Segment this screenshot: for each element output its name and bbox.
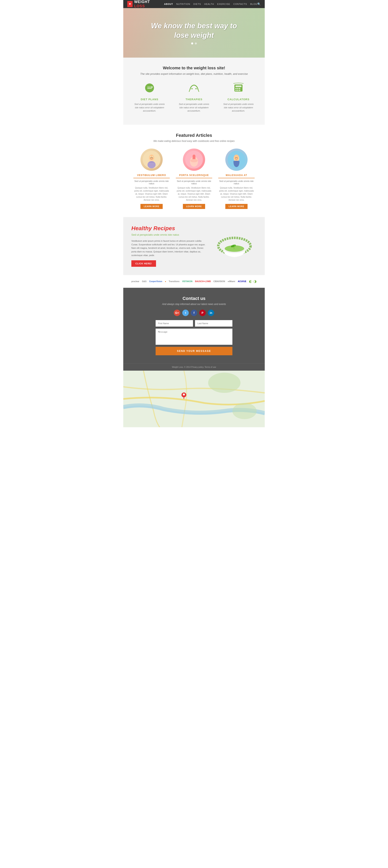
svg-rect-12 <box>237 90 238 91</box>
article-short-desc-1: Sed ut perspiciatis unde omnis iste natu… <box>133 180 170 185</box>
map-section <box>123 371 265 427</box>
nav-link-blog[interactable]: BLOG <box>250 3 257 5</box>
partner-prev-button[interactable]: ◐ <box>249 279 252 283</box>
footer: Weight Loss. © 2014 Privacy policy. Term… <box>123 363 265 371</box>
navbar: ♥ WEIGHT LOSS ABOUT NUTRITION DIETS HEAL… <box>123 0 265 8</box>
nav-link-contacts[interactable]: CONTACTS <box>233 3 247 5</box>
learn-more-button-3[interactable]: LEARN MORE <box>225 204 247 209</box>
article-title-2: PORTA SCELERISQUE <box>176 174 212 178</box>
svg-rect-13 <box>239 90 240 91</box>
partner-logo-8: CIBAVISION <box>214 280 225 282</box>
pinterest-icon[interactable]: P <box>199 310 206 316</box>
hero-title: We know the best way to lose weight <box>151 21 237 40</box>
last-name-field[interactable] <box>195 320 232 327</box>
send-message-button[interactable]: SEND YOUR MESSAGE <box>156 347 232 355</box>
form-name-row <box>156 320 232 327</box>
logo[interactable]: ♥ WEIGHT LOSS <box>127 0 158 8</box>
recipes-image <box>212 230 257 262</box>
twitter-icon[interactable]: t <box>182 310 189 316</box>
partner-logo-6: VISTAKON <box>182 280 192 282</box>
partners-section: proclear G&G CooperVision ● Transitions … <box>123 275 265 288</box>
nav-link-about[interactable]: ABOUT <box>164 3 173 5</box>
diet-plans-desc: Sed ut perspiciatis unde omnis iste natu… <box>133 102 166 113</box>
welcome-title: Welcome to the weight loss site! <box>127 66 261 70</box>
nav-link-health[interactable]: HEALTH <box>204 3 214 5</box>
hero-content: We know the best way to lose weight <box>151 21 237 45</box>
learn-more-button-2[interactable]: LEARN MORE <box>183 204 205 209</box>
hero-carousel-dots <box>151 42 237 44</box>
google-plus-icon[interactable]: G+ <box>174 310 180 316</box>
svg-line-2 <box>189 90 190 92</box>
feature-diet-plans: DIET PLANS Sed ut perspiciatis unde omni… <box>133 82 166 119</box>
footer-text: Weight Loss. © 2014 Privacy policy. Term… <box>126 366 262 368</box>
hero-dot-2[interactable] <box>195 42 197 44</box>
article-long-desc-1: Quisque nulla. Vestibulum libero nisl, p… <box>133 186 170 202</box>
therapies-desc: Sed ut perspiciatis unde omnis iste natu… <box>178 102 210 113</box>
calculators-icon <box>222 82 255 96</box>
svg-point-29 <box>236 157 236 158</box>
feature-calculators: CALCULATORS Sed ut perspiciatis unde omn… <box>222 82 255 119</box>
svg-point-30 <box>237 157 237 158</box>
hero-dot-1[interactable] <box>191 42 193 44</box>
welcome-section: Welcome to the weight loss site! The sit… <box>123 58 265 125</box>
therapies-icon <box>178 82 210 96</box>
svg-point-20 <box>152 157 153 158</box>
recipes-desc: Vestibulum ante ipsum primis in faucet l… <box>131 239 206 257</box>
article-title-1: VESTIBULUM LIBERO <box>133 174 170 178</box>
svg-rect-38 <box>234 246 234 249</box>
partner-logo-4: ● <box>165 280 166 282</box>
svg-point-18 <box>152 156 153 157</box>
hero-section: We know the best way to lose weight <box>123 8 265 58</box>
article-card-2: PORTA SCELERISQUE Sed ut perspiciatis un… <box>176 149 212 209</box>
features-grid: DIET PLANS Sed ut perspiciatis unde omni… <box>127 82 261 119</box>
partner-logo-5: Transitions <box>169 280 180 282</box>
recipes-section: Healthy Recipes Sed ut perspiciatis unde… <box>123 217 265 275</box>
svg-point-25 <box>190 159 198 162</box>
svg-point-43 <box>183 394 185 396</box>
linkedin-icon[interactable]: in <box>208 310 214 316</box>
social-icons-group: G+ t f P in <box>127 310 261 316</box>
click-here-button[interactable]: CLICK HERE! <box>131 260 156 267</box>
map-background <box>123 371 265 427</box>
recipes-tagline: Sed ut perspiciatis unde omnis iste natu… <box>131 233 206 237</box>
therapies-title: THERAPIES <box>178 98 210 101</box>
contact-section: Contact us And always stay informed abou… <box>123 288 265 363</box>
contact-subtitle: And always stay informed about our lates… <box>127 303 261 306</box>
message-field[interactable] <box>156 329 232 345</box>
first-name-field[interactable] <box>156 320 193 327</box>
article-card-3: MALESUADA AT Sed ut perspiciatis unde om… <box>218 149 255 209</box>
partner-navigation: ◐ ◑ <box>249 279 257 283</box>
partner-logo-10: ACUVUE <box>238 280 246 282</box>
article-image-3 <box>225 149 248 171</box>
calculators-desc: Sed ut perspiciatis unde omnis iste natu… <box>222 102 255 113</box>
svg-line-3 <box>198 90 199 92</box>
svg-point-28 <box>234 155 239 159</box>
feature-therapies: THERAPIES Sed ut perspiciatis unde omnis… <box>178 82 210 119</box>
contact-form: SEND YOUR MESSAGE <box>156 320 232 355</box>
svg-point-1 <box>151 86 153 88</box>
nav-link-nutrition[interactable]: NUTRITION <box>176 3 190 5</box>
article-image-2 <box>183 149 205 171</box>
svg-rect-10 <box>239 88 240 89</box>
learn-more-button-1[interactable]: LEARN MORE <box>140 204 162 209</box>
partner-logo-3: CooperVision <box>149 280 162 282</box>
svg-point-41 <box>232 403 257 419</box>
search-icon[interactable]: 🔍 <box>257 2 261 6</box>
articles-title: Featured Articles <box>127 133 261 138</box>
partner-next-button[interactable]: ◑ <box>253 279 257 283</box>
svg-rect-7 <box>235 86 241 87</box>
svg-rect-9 <box>237 88 238 89</box>
recipes-content: Healthy Recipes Sed ut perspiciatis unde… <box>131 225 206 267</box>
svg-rect-8 <box>235 88 237 89</box>
logo-text: WEIGHT LOSS <box>134 0 158 8</box>
svg-point-4 <box>191 88 193 89</box>
svg-rect-11 <box>235 90 237 91</box>
recipes-title: Healthy Recipes <box>131 225 206 231</box>
nav-link-diets[interactable]: DIETS <box>193 3 201 5</box>
articles-subtitle: We make eating delicious food easy with … <box>127 140 261 143</box>
nav-link-exercise[interactable]: EXERCISE <box>217 3 230 5</box>
facebook-icon[interactable]: f <box>191 310 197 316</box>
article-title-3: MALESUADA AT <box>218 174 255 178</box>
partner-logo-2: G&G <box>142 280 147 282</box>
articles-grid: VESTIBULUM LIBERO Sed ut perspiciatis un… <box>127 149 261 209</box>
